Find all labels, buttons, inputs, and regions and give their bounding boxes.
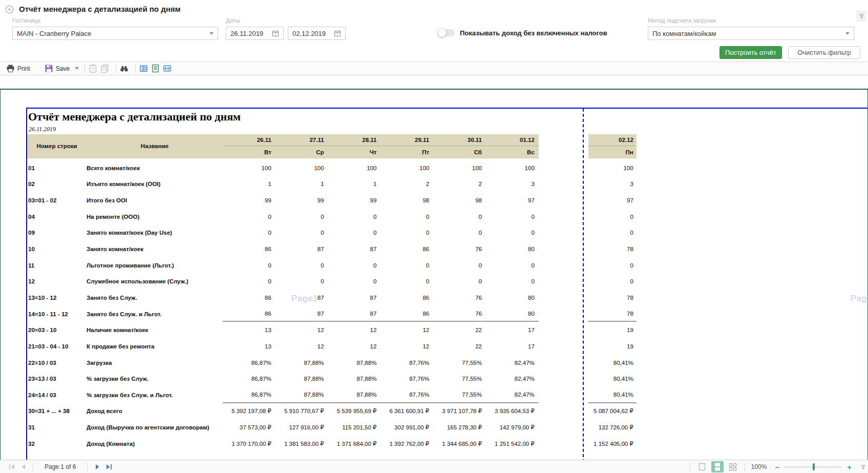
hotel-select[interactable]: MAIN - Cranberry Palace <box>12 27 218 40</box>
row-value: 12 <box>380 338 433 355</box>
row-value-page2: 19 <box>588 338 637 355</box>
zoom-slider-handle[interactable] <box>813 463 815 470</box>
row-value: 1 251 542,00 ₽ <box>486 436 539 452</box>
row-value: 0 <box>276 225 328 241</box>
row-value: 12 <box>380 322 433 338</box>
date-from-input[interactable]: 26.11.2019 7 <box>226 27 284 40</box>
row-value: 87,76% <box>380 387 433 403</box>
table-row: 04На ремонте (OOO)0000000 <box>27 209 637 225</box>
zoom-in-button[interactable]: + <box>844 463 855 471</box>
zoom-out-button[interactable]: − <box>772 463 782 471</box>
row-value: 82,47% <box>486 371 539 387</box>
row-value: 115 201,50 ₽ <box>328 419 381 436</box>
page-gap <box>539 306 588 322</box>
row-value: 0 <box>328 225 381 241</box>
document-map-button[interactable] <box>151 64 160 73</box>
tax-toggle[interactable] <box>437 28 456 37</box>
row-name: К продаже без ремонта <box>87 338 223 355</box>
row-code: 10 <box>27 241 87 257</box>
report-page: Отчёт менеджера с детализацией по дням 2… <box>26 108 868 460</box>
row-value-page2: 78 <box>588 241 637 257</box>
save-button[interactable]: Save <box>45 64 70 73</box>
row-value: 86,87% <box>223 371 276 387</box>
build-report-button[interactable]: Построить отчёт <box>719 46 782 59</box>
calendar-icon[interactable]: 7 <box>334 30 341 37</box>
next-page-button[interactable] <box>92 462 103 471</box>
method-select-value: По комнатам/койкам <box>652 30 842 37</box>
first-page-button[interactable] <box>6 462 17 471</box>
chevron-down-icon <box>845 32 850 35</box>
fit-width-button[interactable] <box>163 64 172 73</box>
row-value: 1 381 583,00 ₽ <box>276 436 328 452</box>
last-page-button[interactable] <box>103 462 114 471</box>
row-code: 31 <box>27 419 87 436</box>
row-value: 86 <box>223 306 276 322</box>
last-page-icon <box>105 464 112 470</box>
row-value-page2: 0 <box>588 209 637 225</box>
row-value: 0 <box>380 225 433 241</box>
table-row: 21=03 - 04 - 10К продаже без ремонта1312… <box>27 338 637 355</box>
collapse-panel-button[interactable] <box>5 5 15 15</box>
table-row: 24=14 / 03% загрузки без Служ. и Льгот.8… <box>27 387 637 403</box>
row-value-page2: 3 <box>588 176 637 193</box>
calendar-icon[interactable]: 7 <box>272 30 279 37</box>
row-value: 77,55% <box>433 355 486 371</box>
statusbar-divider <box>33 463 33 471</box>
page-gap <box>539 290 588 306</box>
method-select[interactable]: По комнатам/койкам <box>648 27 854 40</box>
toolbar-overflow-button[interactable] <box>856 10 866 22</box>
row-code: 11 <box>27 257 87 274</box>
page2-watermark: Page <box>851 294 868 304</box>
row-name: Занято комнат/коек <box>87 241 223 257</box>
row-value: 0 <box>223 209 276 225</box>
page-gap <box>539 322 588 338</box>
row-value: 77,55% <box>433 387 486 403</box>
row-value: 0 <box>380 209 433 225</box>
column-header-date: 28.11 <box>328 134 381 146</box>
scroll-down-icon <box>859 13 864 19</box>
copy-pages-button-disabled[interactable] <box>100 64 109 73</box>
clear-filter-button[interactable]: Очистить фильтр <box>788 46 860 59</box>
zoom-slider[interactable] <box>785 463 842 470</box>
row-value-page2: 78 <box>588 290 637 306</box>
search-button[interactable] <box>120 64 129 73</box>
row-value: 17 <box>486 338 539 355</box>
previous-page-button[interactable] <box>17 462 29 471</box>
parameters-panel-button[interactable] <box>139 64 148 73</box>
toolbar-divider <box>116 64 116 73</box>
row-value: 0 <box>433 257 486 274</box>
row-code: 01 <box>27 160 87 176</box>
row-name: Занято без Служ. <box>87 290 223 306</box>
multi-page-view-button[interactable] <box>727 461 739 472</box>
row-value-page2: 78 <box>588 306 637 322</box>
row-value: 127 916,00 ₽ <box>276 419 328 436</box>
row-value-page2: 0 <box>588 257 637 274</box>
column-header-day: Пт <box>380 146 433 158</box>
row-value: 87 <box>276 290 328 306</box>
continuous-view-button[interactable] <box>711 461 724 472</box>
date-to-value: 02.12.2019 <box>292 30 331 37</box>
row-name: % загрузки без Служ. <box>87 371 223 387</box>
row-code: 12 <box>27 273 87 290</box>
row-value: 80 <box>486 290 539 306</box>
page-gap <box>539 387 588 403</box>
first-page-icon <box>9 464 15 470</box>
row-value: 12 <box>276 338 328 355</box>
row-name: Занято комнат/коек (Day Use) <box>87 225 223 241</box>
hotel-select-value: MAIN - Cranberry Palace <box>17 30 206 37</box>
row-value: 82,47% <box>486 387 539 403</box>
row-value: 0 <box>486 257 539 274</box>
zoom-controls: 100% − + <box>686 460 855 473</box>
paste-button-disabled[interactable]: ? <box>89 64 97 73</box>
scroll-corner-button[interactable] <box>860 463 866 472</box>
date-to-input[interactable]: 02.12.2019 7 <box>288 27 346 40</box>
save-dropdown-caret[interactable] <box>75 67 79 70</box>
binoculars-icon <box>120 64 129 73</box>
zoom-value: 100% <box>751 463 767 470</box>
row-value-page2: 80,41% <box>588 371 637 387</box>
single-page-view-button[interactable] <box>696 461 708 472</box>
print-button[interactable]: Print <box>6 64 30 73</box>
row-name: Доход (Выручка по агентским договорам) <box>87 419 223 436</box>
row-value: 99 <box>223 192 276 209</box>
single-page-icon <box>698 463 706 471</box>
